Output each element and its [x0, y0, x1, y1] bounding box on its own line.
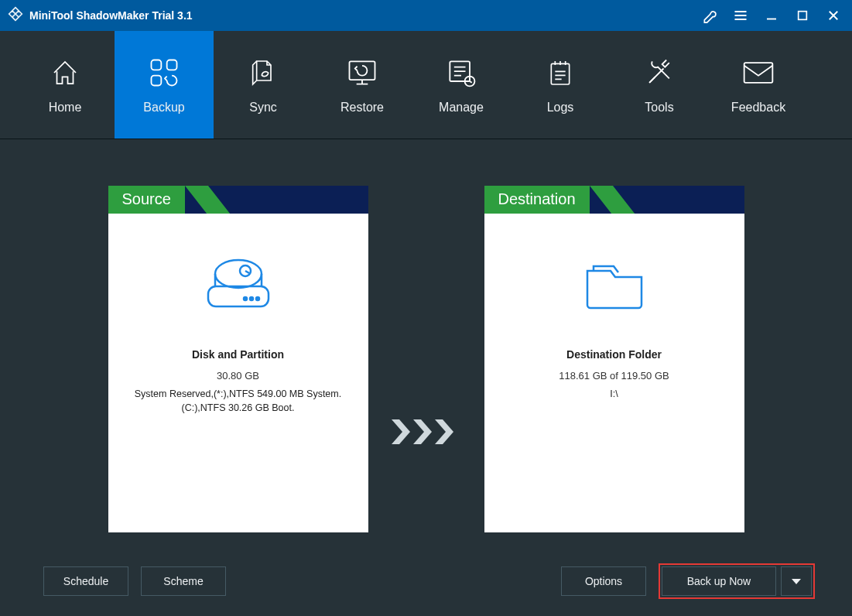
- source-tab-label: Source: [122, 190, 171, 207]
- sync-icon: [246, 56, 280, 90]
- svg-point-10: [215, 260, 262, 288]
- nav-label: Home: [49, 101, 82, 115]
- svg-rect-9: [208, 286, 269, 306]
- source-detail: System Reserved,(*:),NTFS 549.00 MB Syst…: [108, 388, 368, 415]
- titlebar-controls: [700, 6, 843, 25]
- navbar: Home Backup Sync Restore Manage Logs T: [0, 31, 852, 139]
- destination-card-header: Destination: [484, 186, 744, 214]
- backup-now-label: Back up Now: [687, 575, 751, 587]
- app-title: MiniTool ShadowMaker Trial 3.1: [29, 9, 193, 22]
- scheme-label: Scheme: [163, 575, 203, 587]
- svg-rect-0: [799, 12, 807, 20]
- destination-size: 118.61 GB of 119.50 GB: [559, 370, 669, 382]
- arrow-icon: [392, 416, 461, 447]
- nav-label: Restore: [340, 101, 384, 115]
- destination-tab: Destination: [484, 186, 590, 214]
- svg-point-13: [256, 297, 259, 300]
- backup-icon: [147, 56, 181, 90]
- tools-icon: [642, 56, 676, 90]
- bottom-bar: Schedule Scheme Options Back up Now: [0, 546, 852, 616]
- schedule-button[interactable]: Schedule: [43, 566, 128, 596]
- nav-home[interactable]: Home: [15, 31, 115, 139]
- scheme-button[interactable]: Scheme: [141, 566, 226, 596]
- svg-rect-4: [350, 61, 375, 80]
- source-title: Disk and Partition: [192, 348, 284, 361]
- schedule-label: Schedule: [63, 575, 108, 587]
- destination-card[interactable]: Destination Folder 118.61 GB of 119.50 G…: [484, 214, 744, 532]
- backup-now-button[interactable]: Back up Now: [662, 566, 776, 596]
- feedback-icon: [741, 56, 775, 90]
- logs-icon: [543, 56, 577, 90]
- svg-point-12: [250, 297, 253, 300]
- nav-backup[interactable]: Backup: [115, 31, 214, 139]
- minimize-icon[interactable]: [762, 6, 781, 25]
- restore-icon: [345, 56, 379, 90]
- bottom-right-buttons: Options Back up Now: [561, 563, 815, 599]
- content-area: Source Disk and Partition 30.80 GB Syste…: [0, 139, 852, 546]
- source-card-header: Source: [108, 186, 368, 214]
- nav-restore[interactable]: Restore: [313, 31, 412, 139]
- nav-logs[interactable]: Logs: [511, 31, 610, 139]
- backup-now-dropdown[interactable]: [781, 566, 812, 596]
- titlebar: MiniTool ShadowMaker Trial 3.1: [0, 0, 852, 31]
- app-logo-icon: [8, 6, 23, 25]
- destination-tab-label: Destination: [498, 190, 576, 207]
- chevron-down-icon: [792, 579, 801, 584]
- disk-icon: [204, 255, 273, 313]
- manage-icon: [444, 56, 478, 90]
- svg-point-14: [244, 297, 247, 300]
- source-size: 30.80 GB: [217, 370, 259, 382]
- key-icon[interactable]: [700, 6, 719, 25]
- menu-icon[interactable]: [731, 6, 750, 25]
- destination-detail: I:\: [602, 388, 625, 402]
- source-card-wrap: Source Disk and Partition 30.80 GB Syste…: [108, 186, 368, 532]
- nav-label: Sync: [249, 101, 277, 115]
- svg-rect-1: [152, 60, 162, 70]
- close-icon[interactable]: [824, 6, 843, 25]
- source-tab: Source: [108, 186, 185, 214]
- folder-icon: [580, 255, 649, 313]
- svg-rect-7: [551, 63, 569, 84]
- nav-label: Logs: [547, 101, 574, 115]
- nav-manage[interactable]: Manage: [412, 31, 511, 139]
- destination-card-wrap: Destination Destination Folder 118.61 GB…: [484, 186, 744, 532]
- svg-rect-8: [744, 63, 773, 83]
- options-label: Options: [585, 575, 622, 587]
- maximize-icon[interactable]: [793, 6, 812, 25]
- options-button[interactable]: Options: [561, 566, 646, 596]
- nav-feedback[interactable]: Feedback: [709, 31, 808, 139]
- nav-label: Manage: [439, 101, 484, 115]
- nav-sync[interactable]: Sync: [214, 31, 313, 139]
- svg-rect-3: [152, 75, 162, 85]
- nav-tools[interactable]: Tools: [610, 31, 709, 139]
- source-card[interactable]: Disk and Partition 30.80 GB System Reser…: [108, 214, 368, 532]
- titlebar-left: MiniTool ShadowMaker Trial 3.1: [8, 6, 193, 25]
- nav-label: Feedback: [731, 101, 785, 115]
- nav-label: Tools: [645, 101, 673, 115]
- bottom-left-buttons: Schedule Scheme: [43, 566, 226, 596]
- svg-rect-2: [167, 60, 177, 70]
- destination-title: Destination Folder: [566, 348, 662, 361]
- home-icon: [48, 56, 82, 90]
- backup-now-combo: Back up Now: [659, 563, 815, 599]
- nav-label: Backup: [143, 101, 184, 115]
